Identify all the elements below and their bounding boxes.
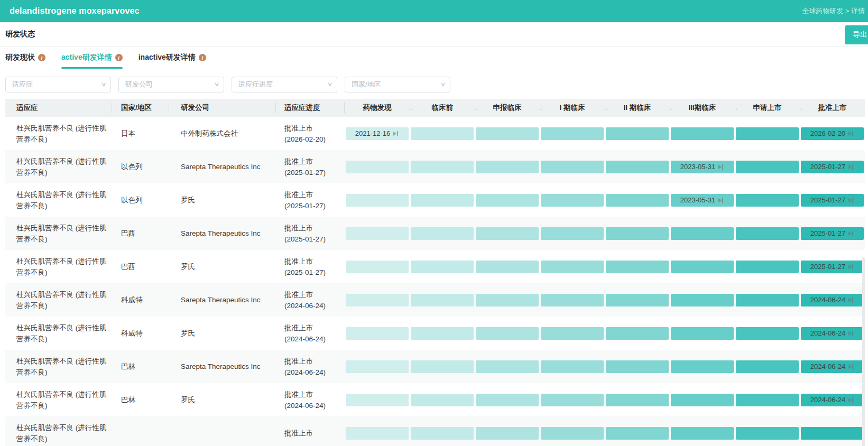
phase-cell [670, 217, 735, 250]
timeline-expand-icon[interactable] [718, 198, 724, 203]
timeline-expand-icon[interactable] [848, 198, 854, 203]
tab-label: active研发详情 [61, 53, 112, 62]
phase-bar-2 [411, 227, 474, 240]
phase-bar-5 [606, 327, 669, 340]
indication-cell-text: 杜兴氏肌营养不良 (进行性肌营养不良) [16, 356, 108, 378]
phase-label: 申报临床 [493, 103, 522, 113]
table-row[interactable]: 杜兴氏肌营养不良 (进行性肌营养不良)巴西Sarepta Therapeutic… [5, 217, 865, 250]
phase-cell [735, 317, 800, 350]
phase-bar-1 [346, 327, 409, 340]
timeline-expand-icon[interactable] [848, 331, 854, 336]
timeline-expand-icon[interactable] [848, 131, 854, 136]
breadcrumb[interactable]: 全球药物研发 > 详情 [802, 6, 865, 16]
country-cell: 日本 [112, 128, 169, 139]
filter-select-3[interactable]: 国家/地区∨ [345, 77, 450, 92]
phase-bar-7 [736, 294, 799, 306]
table-row[interactable]: 杜兴氏肌营养不良 (进行性肌营养不良)巴林罗氏批准上市(2024-06-24)2… [5, 383, 865, 416]
phase-cell [540, 383, 605, 416]
tab-inactive-detail[interactable]: inactive研发详情i [138, 47, 206, 69]
filter-placeholder: 国家/地区 [352, 80, 381, 89]
indication-cell: 杜兴氏肌营养不良 (进行性肌营养不良) [5, 123, 112, 145]
info-icon[interactable]: i [115, 54, 123, 61]
status-cell: 批准上市 [276, 428, 345, 439]
arrow-right-icon: → [537, 104, 543, 112]
phase-cell [475, 217, 540, 250]
phase-header-2: 临床前→ [410, 99, 475, 117]
phase-cell [345, 416, 410, 446]
export-button[interactable]: 导出 [845, 25, 868, 44]
phase-cell [540, 416, 605, 446]
company-cell-text: Sarepta Therapeutics Inc [181, 294, 272, 305]
table-row[interactable]: 杜兴氏肌营养不良 (进行性肌营养不良)日本中外制药株式会社批准上市(2026-0… [5, 117, 865, 150]
country-cell-text: 巴林 [121, 361, 165, 372]
status-cell-text: 批准上市 [284, 289, 340, 300]
info-icon[interactable]: i [199, 54, 206, 61]
phase-cell [735, 217, 800, 250]
country-cell: 以色列 [112, 194, 169, 206]
phase-cell: 2025-01-27 [800, 217, 865, 250]
tab-active-detail[interactable]: active研发详情i [61, 47, 123, 69]
table-row[interactable]: 杜兴氏肌营养不良 (进行性肌营养不良)以色列Sarepta Therapeuti… [5, 150, 865, 183]
arrow-right-icon: → [407, 104, 413, 112]
table-row[interactable]: 杜兴氏肌营养不良 (进行性肌营养不良)以色列罗氏批准上市(2025-01-27)… [5, 183, 865, 217]
filter-select-2[interactable]: 适应症进度∨ [232, 77, 337, 92]
timeline-expand-icon[interactable] [848, 231, 854, 236]
table-row[interactable]: 杜兴氏肌营养不良 (进行性肌营养不良)批准上市 [5, 416, 865, 446]
phase-cell: 2025-01-27 [800, 250, 865, 283]
phase-cell [540, 117, 605, 150]
phase-date: 2024-06-24 [810, 296, 846, 304]
country-cell: 科威特 [112, 328, 169, 339]
status-cell-text: 批准上市 [284, 189, 340, 200]
vertical-scrollbar[interactable] [862, 257, 865, 446]
arrow-right-icon: → [667, 104, 673, 112]
timeline-expand-icon[interactable] [718, 164, 724, 170]
phase-label: I 期临床 [559, 103, 585, 113]
phase-cell: 2025-01-27 [800, 150, 865, 183]
phase-bar-8: 2025-01-27 [801, 194, 864, 207]
timeline-expand-icon[interactable] [848, 364, 854, 369]
table-row[interactable]: 杜兴氏肌营养不良 (进行性肌营养不良)科威特罗氏批准上市(2024-06-24)… [5, 317, 865, 350]
phase-cell: 2026-02-20 [800, 117, 865, 150]
phase-bar-4 [541, 227, 604, 240]
phase-label: 药物发现 [363, 103, 392, 113]
phase-cell [475, 150, 540, 183]
company-cell-text: Sarepta Therapeutics Inc [181, 161, 272, 172]
phase-cell [410, 117, 475, 150]
timeline-expand-icon[interactable] [848, 298, 854, 303]
table-row[interactable]: 杜兴氏肌营养不良 (进行性肌营养不良)巴西罗氏批准上市(2025-01-27)2… [5, 250, 865, 283]
phase-cell [475, 350, 540, 383]
timeline-expand-icon[interactable] [848, 264, 854, 270]
table-row[interactable]: 杜兴氏肌营养不良 (进行性肌营养不良)科威特Sarepta Therapeuti… [5, 283, 865, 317]
phase-cell [735, 350, 800, 383]
phase-label: 临床前 [431, 103, 453, 113]
phase-bar-8: 2024-06-24 [801, 394, 864, 406]
timeline-expand-icon[interactable] [848, 397, 854, 403]
phase-header-7: 申请上市→ [735, 99, 800, 117]
phase-cell [605, 383, 670, 416]
table-row[interactable]: 杜兴氏肌营养不良 (进行性肌营养不良)巴林Sarepta Therapeutic… [5, 350, 865, 383]
filter-select-1[interactable]: 研发公司∨ [118, 77, 224, 92]
phase-bar-5 [606, 261, 669, 273]
phase-bar-7 [736, 427, 799, 440]
indication-cell: 杜兴氏肌营养不良 (进行性肌营养不良) [5, 222, 112, 245]
tab-status[interactable]: 研发现状i [5, 47, 45, 69]
section-title: 研发状态 [5, 30, 35, 39]
phase-label: 批准上市 [818, 103, 847, 113]
phase-cell [605, 217, 670, 250]
arrow-right-icon: → [472, 104, 478, 112]
phase-cell [475, 117, 540, 150]
phase-cell [605, 283, 670, 317]
company-cell-text: Sarepta Therapeutics Inc [181, 228, 272, 239]
phase-bar-6 [671, 427, 734, 440]
indication-cell: 杜兴氏肌营养不良 (进行性肌营养不良) [5, 256, 112, 278]
timeline-expand-icon[interactable] [393, 131, 399, 136]
info-icon[interactable]: i [38, 54, 45, 61]
phase-bar-5 [606, 227, 669, 240]
phase-bar-2 [411, 127, 474, 140]
timeline-expand-icon[interactable] [848, 164, 854, 170]
phase-bar-3 [476, 294, 539, 306]
company-cell: Sarepta Therapeutics Inc [169, 161, 276, 172]
phase-bar-5 [606, 394, 669, 406]
filter-select-0[interactable]: 适应症∨ [5, 77, 111, 92]
phase-cell [410, 350, 475, 383]
